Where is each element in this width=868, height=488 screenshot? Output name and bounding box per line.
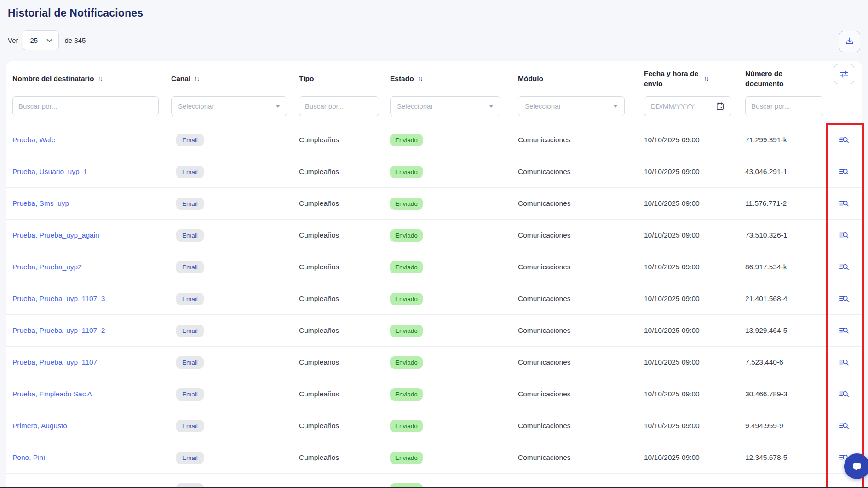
search-list-icon <box>839 262 850 272</box>
chat-widget-button[interactable] <box>844 453 868 479</box>
column-settings-button[interactable] <box>834 64 854 84</box>
status-badge: Enviado <box>390 134 423 146</box>
table-body: Prueba, Wale Email Cumpleaños Enviado Co… <box>6 124 862 488</box>
view-details-button[interactable] <box>839 135 850 145</box>
view-details-button[interactable] <box>839 262 850 272</box>
search-list-icon <box>839 294 850 304</box>
sort-icon[interactable]: ↑↓ <box>704 76 709 82</box>
view-details-button[interactable] <box>839 421 850 431</box>
datetime-cell: 10/10/2025 09:00 <box>638 231 739 239</box>
search-list-icon <box>839 358 850 367</box>
chat-bubble-icon <box>851 460 863 472</box>
table-row: Prueba, Sms_uyp Email Cumpleaños Enviado… <box>6 188 862 220</box>
type-cell: Cumpleaños <box>293 231 384 239</box>
module-cell: Comunicaciones <box>512 136 638 144</box>
notifications-table: Nombre del destinatario ↑↓ Canal ↑↓ Tipo… <box>6 61 862 488</box>
recipient-link[interactable]: Prueba, Prueba_uyp_1107_3 <box>12 295 105 302</box>
document-cell: 9.494.959-9 <box>739 422 826 430</box>
document-cell: 12.345.678-5 <box>739 453 826 462</box>
column-header-channel[interactable]: Canal ↑↓ <box>165 61 293 96</box>
recipient-link[interactable]: Prueba, Wale <box>12 136 55 144</box>
view-details-button[interactable] <box>839 389 850 399</box>
table-row: Prueba, Prueba_uyp_1107_2 Email Cumpleañ… <box>6 315 862 347</box>
type-filter-input[interactable] <box>299 96 379 116</box>
view-details-button[interactable] <box>839 294 850 304</box>
datetime-cell: 10/10/2025 09:00 <box>638 199 739 208</box>
status-badge: Enviado <box>390 293 423 305</box>
datetime-cell: 10/10/2025 09:00 <box>638 422 739 430</box>
channel-badge: Email <box>176 293 204 305</box>
actions-column-header <box>826 61 862 124</box>
recipient-link[interactable]: Prueba, Empleado Sac A <box>12 390 92 398</box>
document-cell: 13.929.464-5 <box>739 326 826 335</box>
date-filter-input[interactable]: DD/MM/YYYY <box>644 96 731 116</box>
recipient-link[interactable]: Primero, Augusto <box>12 422 67 430</box>
view-details-button[interactable] <box>839 231 850 240</box>
datetime-cell: 10/10/2025 09:00 <box>638 326 739 335</box>
document-filter-input[interactable] <box>745 96 823 116</box>
column-header-type: Tipo <box>293 61 384 96</box>
document-cell: 71.299.391-k <box>739 136 826 144</box>
status-badge: Enviado <box>390 325 423 337</box>
datetime-cell: 10/10/2025 09:00 <box>638 168 739 176</box>
recipient-link[interactable]: Prueba, Prueba_uyp_1107 <box>12 358 97 366</box>
recipient-link[interactable]: Pono, Pini <box>12 453 45 461</box>
type-cell: Cumpleaños <box>293 263 384 271</box>
column-header-recipient[interactable]: Nombre del destinatario ↑↓ <box>6 61 165 96</box>
table-row: Prueba, Empleado Sac A Email Cumpleaños … <box>6 378 862 410</box>
module-cell: Comunicaciones <box>512 263 638 271</box>
module-filter-select[interactable]: Seleccionar <box>518 96 625 116</box>
datetime-cell: 10/10/2025 09:00 <box>638 390 739 398</box>
view-details-button[interactable] <box>839 167 850 177</box>
search-list-icon <box>839 199 850 209</box>
recipient-link[interactable]: Prueba, Prueba_uyp_again <box>12 231 99 239</box>
module-cell: Comunicaciones <box>512 358 638 366</box>
pagination-bar: Ver 25 de 345 <box>8 30 86 50</box>
channel-badge: Email <box>176 420 204 432</box>
module-cell: Comunicaciones <box>512 168 638 176</box>
page-size-select[interactable]: 25 <box>23 30 59 50</box>
view-details-button[interactable] <box>839 199 850 209</box>
type-cell: Cumpleaños <box>293 168 384 176</box>
caret-down-icon <box>276 105 280 108</box>
status-filter-select[interactable]: Seleccionar <box>390 96 500 116</box>
channel-badge: Email <box>176 388 204 401</box>
recipient-link[interactable]: Prueba, Prueba_uyp2 <box>12 263 82 271</box>
sort-icon[interactable]: ↑↓ <box>194 76 199 82</box>
module-cell: Comunicaciones <box>512 295 638 303</box>
datetime-cell: 10/10/2025 09:00 <box>638 358 739 366</box>
channel-badge: Email <box>176 229 204 242</box>
recipient-link[interactable]: Prueba, Usuario_uyp_1 <box>12 168 87 175</box>
column-header-module: Módulo <box>512 61 638 96</box>
status-badge: Enviado <box>390 388 423 401</box>
download-button[interactable] <box>839 31 860 52</box>
search-list-icon <box>839 421 850 431</box>
column-header-datetime[interactable]: Fecha y hora de envío ↑↓ <box>638 61 739 96</box>
type-cell: Cumpleaños <box>293 295 384 303</box>
table-row: People, Fake Email Cumpleaños Enviado Co… <box>6 474 862 488</box>
filter-cell <box>293 96 384 124</box>
sort-icon[interactable]: ↑↓ <box>98 76 103 82</box>
sliders-icon <box>839 69 849 79</box>
search-list-icon <box>839 326 850 336</box>
filter-cell: Seleccionar <box>384 96 512 124</box>
status-badge: Enviado <box>390 452 423 464</box>
view-details-button[interactable] <box>839 358 850 367</box>
channel-badge: Email <box>176 452 204 464</box>
search-list-icon <box>839 389 850 399</box>
page-size-label: Ver <box>8 36 18 44</box>
document-cell: 11.576.771-2 <box>739 199 826 208</box>
channel-badge: Email <box>176 261 204 273</box>
search-list-icon <box>839 231 850 240</box>
sort-icon[interactable]: ↑↓ <box>418 76 423 82</box>
channel-filter-select[interactable]: Seleccionar <box>171 96 287 116</box>
recipient-link[interactable]: Prueba, Sms_uyp <box>12 199 69 207</box>
view-details-button[interactable] <box>839 326 850 336</box>
total-count-label: de 345 <box>65 36 86 44</box>
module-cell: Comunicaciones <box>512 422 638 430</box>
column-header-status[interactable]: Estado ↑↓ <box>384 61 512 96</box>
recipient-filter-input[interactable] <box>12 96 159 116</box>
table-row: Primero, Augusto Email Cumpleaños Enviad… <box>6 410 862 442</box>
search-list-icon <box>839 167 850 177</box>
recipient-link[interactable]: Prueba, Prueba_uyp_1107_2 <box>12 326 105 334</box>
